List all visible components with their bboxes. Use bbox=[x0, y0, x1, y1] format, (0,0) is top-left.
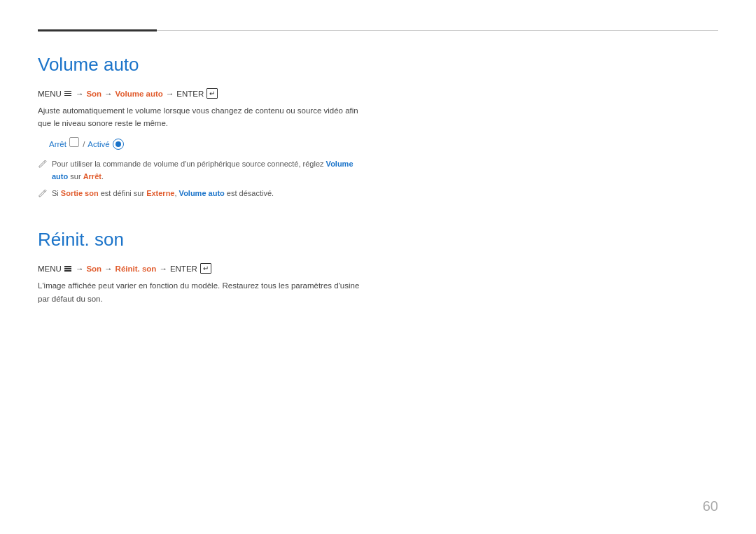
top-rule-dark bbox=[38, 29, 157, 31]
section-volume-auto: Volume auto MENU → Son → Volume auto → E… bbox=[38, 54, 718, 199]
page-container: Volume auto MENU → Son → Volume auto → E… bbox=[0, 0, 756, 534]
main-content: Volume auto MENU → Son → Volume auto → E… bbox=[38, 45, 718, 312]
active-label: Activé bbox=[88, 140, 109, 148]
note-2-text: Si Sortie son est défini sur Externe, Vo… bbox=[52, 188, 360, 200]
arret-label: Arrêt bbox=[49, 140, 66, 148]
active-text: Activé bbox=[88, 137, 125, 152]
note1-mid: sur bbox=[68, 172, 83, 181]
note2-pre: Si bbox=[52, 189, 61, 197]
note2-mid: est défini sur bbox=[99, 189, 146, 197]
note-1-text: Pour utiliser la commande de volume d'un… bbox=[52, 158, 360, 183]
volume-bullet-item: Arrêt / Activé bbox=[49, 137, 718, 152]
reinit-label: Réinit. son bbox=[115, 265, 157, 273]
top-rule bbox=[38, 29, 718, 31]
note1-end: . bbox=[102, 172, 104, 181]
note1-pre: Pour utiliser la commande de volume d'un… bbox=[52, 160, 326, 168]
arrow3-2: → bbox=[159, 265, 167, 273]
note2-bold2: Externe bbox=[146, 189, 174, 197]
pencil-icon-1 bbox=[38, 159, 48, 169]
arrow1-2: → bbox=[76, 265, 84, 273]
son-label: Son bbox=[86, 90, 102, 98]
enter-icon-2: ↵ bbox=[200, 263, 211, 274]
note-2: Si Sortie son est défini sur Externe, Vo… bbox=[38, 188, 360, 200]
volume-bullet-list: Arrêt / Activé bbox=[49, 137, 718, 152]
pencil-icon-2 bbox=[38, 188, 48, 198]
note2-bold1: Sortie son bbox=[61, 189, 99, 197]
note2-end: est désactivé. bbox=[225, 189, 274, 197]
page-number: 60 bbox=[703, 498, 718, 514]
toggle-off-icon bbox=[69, 137, 79, 147]
menu-icon bbox=[64, 91, 71, 97]
arrow2-2: → bbox=[104, 265, 113, 273]
menu-label: MENU bbox=[38, 90, 62, 98]
enter-label-2: ENTER bbox=[170, 265, 197, 273]
volume-menu-path: MENU → Son → Volume auto → ENTER ↵ bbox=[38, 88, 718, 99]
arrow3: → bbox=[166, 90, 174, 98]
section-volume-title: Volume auto bbox=[38, 54, 718, 76]
volume-auto-label: Volume auto bbox=[115, 90, 163, 98]
note1-bold2: Arrêt bbox=[83, 172, 102, 181]
note2-bold3: Volume auto bbox=[179, 189, 225, 197]
arret-text: Arrêt bbox=[49, 137, 80, 152]
reinit-description: L'image affichée peut varier en fonction… bbox=[38, 279, 360, 305]
top-rule-light bbox=[157, 30, 718, 31]
enter-label: ENTER bbox=[176, 90, 204, 98]
arrow2: → bbox=[104, 90, 113, 98]
note-1: Pour utiliser la commande de volume d'un… bbox=[38, 158, 360, 183]
reinit-menu-path: MENU → Son → Réinit. son → ENTER ↵ bbox=[38, 263, 718, 274]
separator: / bbox=[83, 137, 85, 152]
section-reinit-son: Réinit. son MENU → Son → Réinit. son → E… bbox=[38, 229, 718, 305]
menu-icon-2 bbox=[64, 266, 71, 272]
section-reinit-title: Réinit. son bbox=[38, 229, 718, 251]
toggle-on-icon bbox=[113, 139, 124, 150]
son-label-2: Son bbox=[86, 265, 102, 273]
menu-label-2: MENU bbox=[38, 265, 62, 273]
enter-icon: ↵ bbox=[206, 88, 218, 99]
arrow1: → bbox=[76, 90, 84, 98]
volume-description: Ajuste automatiquement le volume lorsque… bbox=[38, 104, 360, 130]
